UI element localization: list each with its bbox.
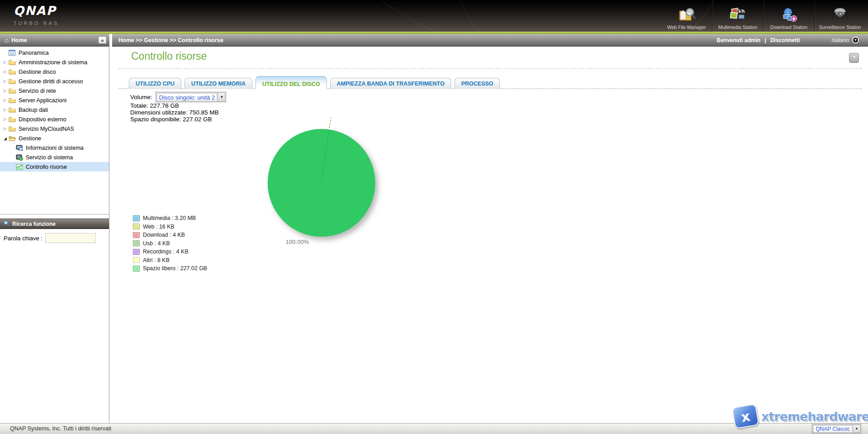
tree-item-informazioni-di-sistema[interactable]: Informazioni di sistema <box>0 143 109 153</box>
tab-processo[interactable]: PROCESSO <box>454 78 500 89</box>
folder-icon <box>9 59 16 65</box>
welcome-separator: | <box>764 37 766 43</box>
tree-item-servizio-di-sistema[interactable]: Servizio di sistema <box>0 153 109 162</box>
chevron-down-icon[interactable]: ▼ <box>217 93 225 101</box>
breadcrumb: Home >> Gestione >> Controllo risorse <box>118 37 717 43</box>
legend-swatch <box>133 249 140 255</box>
sub-bars: ⌂ Home « Home >> Gestione >> Controllo r… <box>0 34 868 47</box>
tree-item-label: Servizio di sistema <box>26 154 73 161</box>
tree-item-label: Gestione diritti di accesso <box>19 78 83 85</box>
language-selector[interactable]: Italiano ▼ <box>831 37 859 43</box>
resource-monitor-icon <box>16 164 24 170</box>
tree-item-amministrazione-di-sistema[interactable]: ▷ Amministrazione di sistema <box>0 57 109 67</box>
tree-item-panoramica[interactable]: Panoramica <box>0 48 109 57</box>
tab-strip: UTILIZZO CPU UTILIZZO MEMORIA UTILIZZO D… <box>112 74 868 89</box>
station-label: Web File Manager <box>667 24 706 30</box>
qnap-logo: QNAP TURBO NAS <box>14 4 59 26</box>
search-row: Parola chiave : <box>0 233 109 243</box>
folder-icon <box>9 126 16 132</box>
legend-item: Recordings : 4 KB <box>133 248 207 256</box>
disk-usage-pie-chart <box>258 115 385 251</box>
tree-item-label: Informazioni di sistema <box>26 145 84 151</box>
legend-swatch <box>133 224 140 229</box>
folder-icon <box>9 88 16 94</box>
expand-arrow-icon[interactable]: ▷ <box>4 89 9 93</box>
volume-label: Volume: <box>130 94 152 100</box>
tree-item-server-applicazioni[interactable]: ▷ Server Applicazioni <box>0 95 109 105</box>
overview-icon <box>9 50 16 56</box>
legend-swatch <box>133 232 140 238</box>
welcome-text: Benvenuti admin | Disconnetti <box>717 37 800 43</box>
legend-item: Altri : 8 KB <box>133 256 207 265</box>
legend-item: Spazio libero : 227.02 GB <box>133 264 207 273</box>
tree-item-gestione-disco[interactable]: ▷ Gestione disco <box>0 67 109 76</box>
surveillance-station-button[interactable]: Surveillance Station <box>814 0 865 32</box>
page-title: Controllo risorse <box>131 50 207 62</box>
logout-link[interactable]: Disconnetti <box>770 37 800 43</box>
tree-item-label: Backup dati <box>19 107 48 113</box>
folder-icon <box>9 97 16 103</box>
pie-percent-label: 100.00% <box>286 238 309 245</box>
language-label: Italiano <box>831 37 849 43</box>
volume-select[interactable]: Disco singolo: unità 2 ▼ <box>156 92 226 102</box>
chevron-down-icon: ▼ <box>852 37 859 43</box>
multimedia-station-button[interactable]: Multimedia Station <box>712 0 763 32</box>
expand-arrow-icon[interactable]: ▷ <box>4 70 9 74</box>
tree-item-servizio-mycloudnas[interactable]: ▷ Servizio MyCloudNAS <box>0 124 109 134</box>
expand-arrow-icon[interactable]: ▷ <box>4 98 9 102</box>
folder-icon <box>9 116 16 122</box>
copyright-text: QNAP Systems, Inc. Tutti i diritti riser… <box>10 425 111 432</box>
tree-item-label: Controllo risorse <box>26 164 67 170</box>
help-button[interactable]: ? <box>849 53 859 63</box>
system-info-icon <box>16 145 24 151</box>
keyword-input[interactable] <box>45 233 96 243</box>
xtremehardware-logo-text: xtremehardware.it <box>761 410 868 424</box>
qnap-admin-page: QNAP TURBO NAS Web File Manager <box>0 0 868 434</box>
tree-item-backup-dati[interactable]: ▷ Backup dati <box>0 105 109 114</box>
welcome-user: Benvenuti admin <box>717 37 760 43</box>
pie-callout-line <box>330 118 331 128</box>
navigation-tree: Panoramica ▷ Amministrazione di sistema … <box>0 48 109 215</box>
tree-item-dispositivo-esterno[interactable]: ▷ Dispositivo esterno <box>0 114 109 124</box>
tree-item-controllo-risorse[interactable]: Controllo risorse <box>0 162 109 172</box>
xtremehardware-logo-icon: x <box>731 404 760 429</box>
tab-utilizzo-memoria[interactable]: UTILIZZO MEMORIA <box>184 78 252 89</box>
legend-swatch <box>133 266 140 272</box>
tree-item-gestione-diritti-di-accesso[interactable]: ▷ Gestione diritti di accesso <box>0 76 109 86</box>
legend-item: Download : 4 KB <box>133 231 207 239</box>
expand-arrow-icon[interactable]: ▷ <box>4 60 9 64</box>
folder-icon <box>9 78 16 84</box>
search-icon <box>4 220 9 228</box>
expand-arrow-icon[interactable]: ▷ <box>4 79 9 83</box>
collapse-arrow-icon[interactable]: ◢ <box>4 136 9 141</box>
web-file-manager-button[interactable]: Web File Manager <box>661 0 712 32</box>
tree-item-label: Server Applicazioni <box>19 97 66 104</box>
tree-item-servizio-di-rete[interactable]: ▷ Servizio di rete <box>0 86 109 95</box>
turbo-nas-label: TURBO NAS <box>14 20 59 26</box>
sidebar-collapse-button[interactable]: « <box>98 36 107 44</box>
legend-item: Web : 16 KB <box>133 223 207 231</box>
tab-utilizzo-cpu[interactable]: UTILIZZO CPU <box>129 78 181 89</box>
station-label: Download Station <box>770 24 807 30</box>
system-service-icon <box>16 154 24 161</box>
expand-arrow-icon[interactable]: ▷ <box>4 127 9 131</box>
expand-arrow-icon[interactable]: ▷ <box>4 108 9 112</box>
breadcrumb-bar: Home >> Gestione >> Controllo risorse Be… <box>112 34 868 47</box>
surveillance-station-icon <box>831 7 849 23</box>
legend-swatch <box>133 240 140 246</box>
download-station-button[interactable]: Download Station <box>763 0 814 32</box>
top-header: QNAP TURBO NAS Web File Manager <box>0 0 868 32</box>
legend-swatch <box>133 215 140 221</box>
sidebar: Panoramica ▷ Amministrazione di sistema … <box>0 47 109 423</box>
tree-item-label: Servizio di rete <box>19 88 56 94</box>
folder-icon <box>9 107 16 113</box>
expand-arrow-icon[interactable]: ▷ <box>4 117 9 121</box>
legend-item: Multimedia : 3.20 MB <box>133 214 207 223</box>
tab-ampiezza-banda[interactable]: AMPIEZZA BANDA DI TRASFERIMENTO <box>330 78 451 89</box>
tab-utilizzo-del-disco[interactable]: UTILIZZO DEL DISCO <box>255 76 327 90</box>
used-size-text: Dimensioni utilizzate: 750.85 MB <box>130 109 219 116</box>
tree-item-gestione[interactable]: ◢ Gestione <box>0 134 109 143</box>
total-size-text: Totale: 227.76 GB <box>130 102 179 109</box>
station-label: Surveillance Station <box>819 24 861 30</box>
legend-item: Usb : 4 KB <box>133 239 207 248</box>
